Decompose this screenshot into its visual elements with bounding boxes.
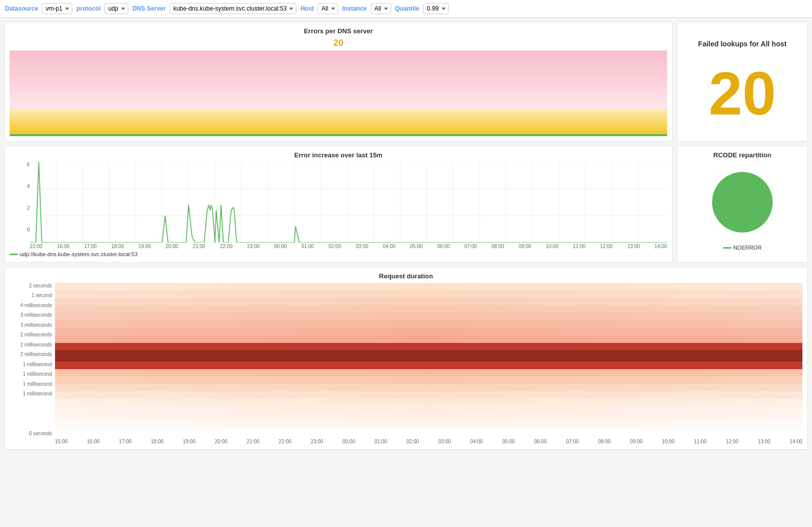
stripe-21 — [10, 124, 667, 127]
protocol-select[interactable]: udp — [104, 3, 128, 14]
heatmap-row-18 — [55, 421, 802, 429]
heatmap-row-15 — [55, 399, 802, 406]
quantile-label: Quantile — [395, 5, 419, 12]
legend-text: udp://kube-dns.kube-system.svc.cluster.l… — [20, 251, 138, 257]
stripe-2 — [10, 54, 667, 57]
stripe-22 — [10, 127, 667, 131]
rcode-pie — [707, 167, 778, 238]
svg-point-27 — [712, 172, 773, 232]
toolbar: Datasource vm-p1 protocol udp DNS Server… — [0, 0, 812, 18]
error-legend: udp://kube-dns.kube-system.svc.cluster.l… — [10, 251, 667, 257]
stripe-18 — [10, 112, 667, 116]
stripe-24 — [10, 134, 667, 136]
heatmap-row-4 — [55, 313, 802, 320]
heatmap-row-6 — [55, 328, 802, 335]
heatmap-row-9 — [55, 350, 802, 361]
error-increase-chart: 6 4 2 0 — [10, 162, 667, 243]
stripe-10 — [10, 83, 667, 87]
x-axis-labels: 15:00 16:00 17:00 18:00 19:00 20:00 21:0… — [30, 244, 667, 249]
main-grid: Errors per DNS server 20 — [0, 18, 812, 454]
errors-heatmap — [10, 50, 667, 136]
datasource-select[interactable]: vm-p1 — [42, 3, 72, 14]
rcode-panel: RCODE repartition NOERROR — [677, 146, 808, 263]
rcode-legend: NOERROR — [723, 245, 762, 251]
heatmap-row-11 — [55, 369, 802, 377]
errors-value: 20 — [10, 38, 667, 48]
error-chart-svg — [30, 162, 667, 243]
instance-label: Instance — [342, 5, 367, 12]
failed-lookups-title: Failed lookups for All host — [698, 40, 786, 48]
request-duration-title: Request duration — [10, 272, 802, 280]
stripe-14 — [10, 98, 667, 101]
request-heatmap: 2 seconds 1 second 4 milliseconds 3 mill… — [10, 283, 802, 444]
stripe-8 — [10, 76, 667, 80]
heatmap-row-7 — [55, 335, 802, 343]
pie-svg — [707, 167, 778, 238]
stripe-12 — [10, 91, 667, 94]
request-duration-panel: Request duration 2 seconds 1 second 4 mi… — [4, 267, 808, 450]
stripe-15 — [10, 101, 667, 105]
stripe-20 — [10, 120, 667, 123]
protocol-label: protocol — [76, 5, 100, 12]
stripe-9 — [10, 80, 667, 83]
stripe-7 — [10, 72, 667, 76]
rcode-title: RCODE repartition — [714, 151, 772, 159]
y-axis-labels: 2 seconds 1 second 4 milliseconds 3 mill… — [10, 283, 55, 444]
stripe-11 — [10, 87, 667, 90]
errors-panel: Errors per DNS server 20 — [4, 22, 673, 142]
errors-panel-title: Errors per DNS server — [10, 27, 667, 35]
stripe-19 — [10, 116, 667, 120]
chart-inner — [30, 162, 667, 243]
error-increase-title: Error increase over last 15m — [10, 151, 667, 159]
heatmap-row-8 — [55, 343, 802, 350]
stripe-13 — [10, 94, 667, 98]
stripe-23 — [10, 131, 667, 134]
host-label: Host — [300, 5, 314, 12]
host-select[interactable]: All — [318, 3, 338, 14]
quantile-select[interactable]: 0.99 — [423, 3, 449, 14]
heatmap-row-3 — [55, 305, 802, 313]
heatmap-row-1 — [55, 290, 802, 298]
legend-color — [10, 254, 18, 255]
failed-lookups-value: 20 — [709, 63, 776, 124]
stripe-6 — [10, 69, 667, 72]
stripe-4 — [10, 62, 667, 65]
heatmap-row-10 — [55, 362, 802, 369]
heatmap-row-17 — [55, 414, 802, 422]
failed-lookups-panel: Failed lookups for All host 20 — [677, 22, 808, 142]
dns-server-label: DNS Server — [132, 5, 166, 12]
heatmap-row-0 — [55, 283, 802, 290]
stripe-1 — [10, 50, 667, 54]
heatmap-row-14 — [55, 391, 802, 399]
stripe-5 — [10, 65, 667, 69]
stripe-16 — [10, 105, 667, 109]
heatmap-row-2 — [55, 298, 802, 306]
stripe-17 — [10, 109, 667, 112]
heatmap-row-5 — [55, 320, 802, 328]
heatmap-row-16 — [55, 406, 802, 414]
y-axis: 6 4 2 0 — [10, 162, 30, 232]
heatmap-area: 15:00 16:00 17:00 18:00 19:00 20:00 21:0… — [55, 283, 802, 444]
heatmap-row-19 — [55, 429, 802, 436]
x-axis-bottom: 15:00 16:00 17:00 18:00 19:00 20:00 21:0… — [55, 436, 802, 444]
error-increase-panel: Error increase over last 15m 6 4 2 0 — [4, 146, 673, 263]
heatmap-row-12 — [55, 376, 802, 384]
rcode-legend-color — [723, 247, 731, 249]
stripe-3 — [10, 57, 667, 61]
datasource-label: Datasource — [5, 5, 38, 12]
heatmap-row-13 — [55, 384, 802, 391]
rcode-legend-text: NOERROR — [733, 245, 762, 251]
dns-server-select[interactable]: kube-dns.kube-system.svc.cluster.local:5… — [170, 3, 296, 14]
instance-select[interactable]: All — [371, 3, 391, 14]
